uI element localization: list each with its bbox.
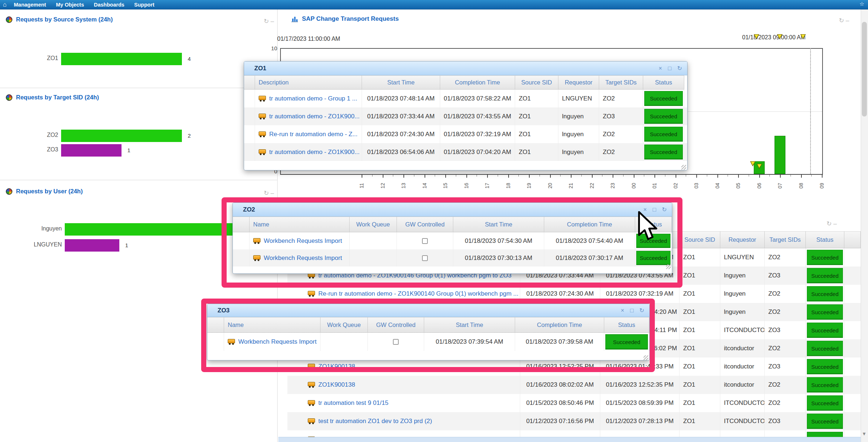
window-controls: × □ ↻	[621, 304, 644, 317]
request-link[interactable]: Workbench Requests Import	[238, 338, 316, 346]
cell: 01/18/2023 07:32:19 AM	[600, 285, 680, 303]
request-link[interactable]: tr automation demo - ZO1K900...	[269, 149, 360, 156]
table-row[interactable]: Workbench Requests Import01/18/2023 07:5…	[233, 232, 672, 249]
refresh-icon[interactable]: ↻	[839, 17, 844, 24]
popup-zo3-titlebar[interactable]: ZO3 × □ ↻	[207, 304, 649, 317]
table-row[interactable]: Workbench Requests Import01/18/2023 07:3…	[233, 249, 672, 267]
column-header-blank[interactable]	[844, 231, 861, 248]
cell: ZO1	[515, 90, 558, 107]
request-link[interactable]: Workbench Requests Import	[264, 254, 342, 262]
home-icon[interactable]: ⌂	[3, 1, 14, 8]
column-header-status[interactable]: Status	[604, 317, 649, 333]
cell: tr automation demo - ZO1K900...	[255, 107, 362, 125]
nav-item-dashboards[interactable]: Dashboards	[94, 2, 124, 8]
gw-controlled-checkbox[interactable]	[422, 255, 428, 261]
column-header-source-sid[interactable]: Source SID	[515, 75, 558, 90]
close-icon[interactable]: ×	[659, 65, 662, 72]
minimize-icon[interactable]: –	[846, 17, 849, 24]
column-header-source-sid[interactable]: Source SID	[680, 231, 720, 248]
column-header-completion-time[interactable]: Completion Time	[544, 217, 635, 232]
column-header-target-sids[interactable]: Target SIDs	[765, 231, 806, 248]
maximize-icon[interactable]: □	[630, 307, 634, 314]
column-header-name[interactable]: Name	[250, 217, 350, 232]
table-row[interactable]: test tr automation ZO1 dev to ZO3 prd (2…	[287, 412, 861, 430]
column-header-name[interactable]: Name	[224, 317, 320, 333]
maximize-icon[interactable]: □	[668, 65, 672, 72]
column-header-work-queue[interactable]: Work Queue	[350, 217, 397, 232]
close-icon[interactable]: ×	[621, 307, 624, 314]
cell	[244, 107, 255, 125]
x-tick	[759, 175, 760, 178]
column-header-icon[interactable]	[233, 217, 250, 232]
column-header-requestor[interactable]: Requestor	[558, 75, 599, 90]
request-link[interactable]: ZO1K900138	[318, 381, 355, 388]
column-header-start-time[interactable]: Start Time	[362, 75, 440, 90]
request-link[interactable]: tr automation demo - ZO1K900...	[269, 113, 360, 120]
cell: Workbench Requests Import	[250, 232, 350, 249]
column-header-icon[interactable]	[244, 75, 255, 90]
column-header-work-queue[interactable]: Work Queue	[320, 317, 368, 333]
scroll-down-icon[interactable]: ▼	[862, 431, 867, 437]
table-row[interactable]: Re-run tr automation demo - ZO1K900140 G…	[287, 285, 861, 303]
scrollbar-thumb[interactable]	[862, 22, 867, 117]
column-header-requestor[interactable]: Requestor	[720, 231, 765, 248]
request-link[interactable]: Re-run tr automation demo - Z...	[269, 131, 358, 138]
table-row[interactable]: tr automation test 9 01/1501/15/2023 08:…	[287, 394, 861, 412]
request-link[interactable]: tr automation test 9 01/15	[318, 399, 389, 407]
request-link[interactable]: Re-run tr automation demo - ZO1K900140 G…	[318, 290, 518, 297]
resize-handle-icon[interactable]	[644, 355, 648, 360]
popup-zo1-titlebar[interactable]: ZO1 × □ ↻	[244, 62, 687, 75]
nav-item-management[interactable]: Management	[14, 2, 46, 8]
column-header-target-sids[interactable]: Target SIDs	[599, 75, 643, 90]
column-header-completion-time[interactable]: Completion Time	[515, 317, 604, 333]
refresh-icon[interactable]: ↻	[640, 307, 644, 314]
column-header-status[interactable]: Status	[643, 75, 684, 90]
refresh-icon[interactable]: ↻	[677, 65, 682, 72]
popup-zo2-titlebar[interactable]: ZO2 × □ ↻	[233, 203, 672, 217]
gw-controlled-checkbox[interactable]	[422, 238, 428, 244]
panel-divider-2	[0, 180, 277, 180]
column-header-gw-controlled[interactable]: GW Controlled	[397, 217, 453, 232]
minimize-icon[interactable]: –	[271, 18, 274, 25]
nav-item-support[interactable]: Support	[134, 2, 155, 8]
horizontal-scrollbar[interactable]	[278, 437, 861, 442]
table-row[interactable]: Workbench Requests Import01/18/2023 07:3…	[207, 333, 649, 351]
table-row[interactable]: Re-run tr automation demo - Z...01/18/20…	[244, 125, 687, 143]
favorite-star-icon[interactable]: ☆	[860, 1, 864, 7]
x-tick-label: 03	[693, 179, 699, 192]
table-header-row: NameWork QueueGW ControlledStart TimeCom…	[233, 217, 672, 232]
column-header-icon[interactable]	[207, 317, 224, 333]
nav-item-my-objects[interactable]: My Objects	[56, 2, 84, 8]
cell: 01/18/2023 07:43:55 AM	[440, 107, 515, 125]
column-header-start-time[interactable]: Start Time	[453, 217, 544, 232]
request-link[interactable]: Workbench Requests Import	[264, 237, 342, 245]
resize-handle-icon[interactable]	[681, 165, 686, 170]
request-link[interactable]: test tr automation ZO1 dev to ZO3 prd (2…	[318, 418, 432, 425]
resize-handle-icon[interactable]	[666, 264, 671, 269]
column-header-description[interactable]: Description	[255, 75, 362, 90]
refresh-icon[interactable]: ↻	[264, 190, 269, 197]
table-row[interactable]: ZO1K90013801/16/2023 08:02:02 AM01/16/20…	[287, 376, 861, 394]
cell: ITCONDUCTOR	[720, 321, 765, 339]
request-link[interactable]: tr automation demo - Group 1 ...	[269, 95, 357, 102]
column-header-completion-time[interactable]: Completion Time	[440, 75, 515, 90]
column-header-gw-controlled[interactable]: GW Controlled	[368, 317, 424, 333]
table-row[interactable]: tr automation demo - ZO1K900...01/18/202…	[244, 143, 687, 161]
table-row[interactable]: tr automation demo - Group 1 ...01/18/20…	[244, 90, 687, 107]
refresh-icon[interactable]: ↻	[264, 18, 269, 25]
transport-truck-icon	[308, 364, 315, 370]
table-row[interactable]: tr automation demo - ZO1K900...01/18/202…	[244, 107, 687, 125]
refresh-icon[interactable]: ↻	[827, 220, 832, 227]
cell: Succeeded	[806, 267, 844, 285]
cell: ITCONDUCTOR	[720, 394, 765, 412]
column-header-status[interactable]: Status	[806, 231, 844, 248]
x-tick-label: 05	[735, 179, 741, 192]
column-header-start-time[interactable]: Start Time	[424, 317, 515, 333]
gw-controlled-checkbox[interactable]	[393, 339, 399, 345]
refresh-icon[interactable]: ↻	[662, 206, 667, 213]
minimize-icon[interactable]: –	[271, 190, 274, 197]
bar-value: 4	[188, 56, 191, 62]
request-link[interactable]: ZO1K900138	[318, 363, 355, 370]
minimize-icon[interactable]: –	[833, 220, 837, 227]
cell: Succeeded	[806, 376, 844, 394]
